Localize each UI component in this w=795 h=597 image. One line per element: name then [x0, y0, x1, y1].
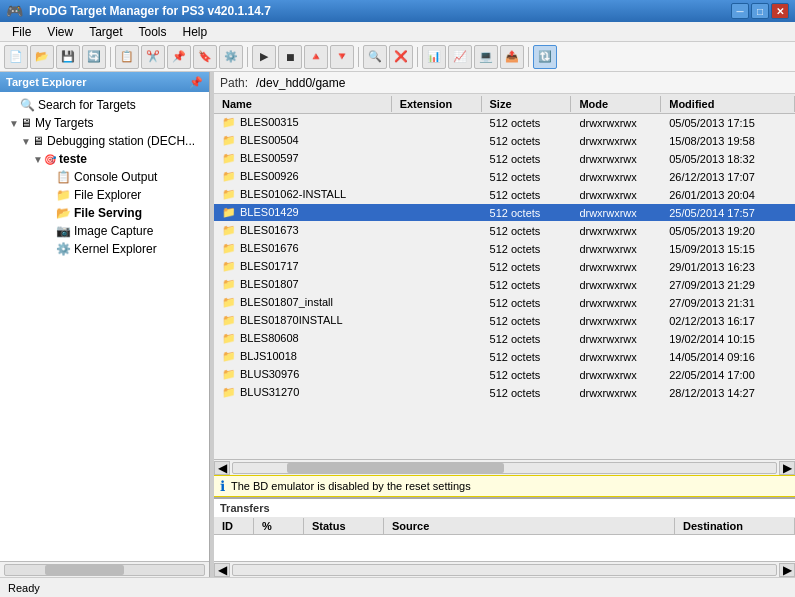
table-row[interactable]: 📁BLJS10018 512 octets drwxrwxrwx 14/05/2…	[214, 348, 795, 366]
folder-icon: 📁	[222, 386, 236, 398]
tb-btn7[interactable]: 📌	[167, 45, 191, 69]
tb-btn17[interactable]: 📈	[448, 45, 472, 69]
tree-image-capture[interactable]: 📷 Image Capture	[0, 222, 209, 240]
target-explorer-pin[interactable]: 📌	[189, 76, 203, 89]
tscroll-left[interactable]: ◀	[214, 563, 230, 577]
file-modified: 26/12/2013 17:07	[661, 170, 795, 184]
hscroll-left[interactable]: ◀	[214, 461, 230, 475]
tree-teste[interactable]: ▼ 🎯 teste	[0, 150, 209, 168]
tree-debug-station[interactable]: ▼ 🖥 Debugging station (DECH...	[0, 132, 209, 150]
table-row[interactable]: 📁BLUS31270 512 octets drwxrwxrwx 28/12/2…	[214, 384, 795, 402]
trans-col-pct[interactable]: %	[254, 518, 304, 534]
col-header-name[interactable]: Name	[214, 96, 392, 112]
file-ext	[392, 212, 482, 214]
trans-col-status[interactable]: Status	[304, 518, 384, 534]
menu-file[interactable]: File	[4, 23, 39, 41]
col-header-modified[interactable]: Modified	[661, 96, 795, 112]
tb-open[interactable]: 📂	[30, 45, 54, 69]
table-row[interactable]: 📁BLES01717 512 octets drwxrwxrwx 29/01/2…	[214, 258, 795, 276]
file-name: 📁BLES00926	[214, 169, 392, 184]
table-row[interactable]: 📁BLES00315 512 octets drwxrwxrwx 05/05/2…	[214, 114, 795, 132]
tb-btn9[interactable]: ⚙️	[219, 45, 243, 69]
menu-help[interactable]: Help	[175, 23, 216, 41]
menu-view[interactable]: View	[39, 23, 81, 41]
folder-icon: 📁	[222, 278, 236, 290]
tb-btn4[interactable]: 🔄	[82, 45, 106, 69]
file-modified: 19/02/2014 10:15	[661, 332, 795, 346]
minimize-button[interactable]: ─	[731, 3, 749, 19]
file-ext	[392, 266, 482, 268]
table-row[interactable]: 📁BLES01870INSTALL 512 octets drwxrwxrwx …	[214, 312, 795, 330]
tree-my-targets[interactable]: ▼ 🖥 My Targets	[0, 114, 209, 132]
trans-col-destination[interactable]: Destination	[675, 518, 795, 534]
tree-kernel-explorer[interactable]: ⚙️ Kernel Explorer	[0, 240, 209, 258]
app-title: ProDG Target Manager for PS3 v420.1.14.7	[29, 4, 271, 18]
restore-button[interactable]: □	[751, 3, 769, 19]
table-row[interactable]: 📁BLES00504 512 octets drwxrwxrwx 15/08/2…	[214, 132, 795, 150]
hscroll-track[interactable]	[232, 462, 777, 474]
tscroll-right[interactable]: ▶	[779, 563, 795, 577]
table-row[interactable]: 📁BLES01673 512 octets drwxrwxrwx 05/05/2…	[214, 222, 795, 240]
table-row[interactable]: 📁BLES00926 512 octets drwxrwxrwx 26/12/2…	[214, 168, 795, 186]
col-header-mode[interactable]: Mode	[571, 96, 661, 112]
menu-tools[interactable]: Tools	[131, 23, 175, 41]
tb-btn16[interactable]: 📊	[422, 45, 446, 69]
tree-hscroll-thumb[interactable]	[45, 565, 125, 575]
console-icon: 📋	[56, 170, 71, 184]
tree-file-serving[interactable]: 📂 File Serving	[0, 204, 209, 222]
tb-new[interactable]: 📄	[4, 45, 28, 69]
file-list-hscroll[interactable]: ◀ ▶	[214, 459, 795, 475]
file-ext	[392, 158, 482, 160]
tb-btn19[interactable]: 📤	[500, 45, 524, 69]
tb-btn5[interactable]: 📋	[115, 45, 139, 69]
tb-save[interactable]: 💾	[56, 45, 80, 69]
close-button[interactable]: ✕	[771, 3, 789, 19]
menu-target[interactable]: Target	[81, 23, 130, 41]
file-name: 📁BLJS10018	[214, 349, 392, 364]
table-row[interactable]: 📁BLES01429 512 octets drwxrwxrwx 25/05/2…	[214, 204, 795, 222]
path-bar: Path: /dev_hdd0/game	[214, 72, 795, 94]
trans-col-source[interactable]: Source	[384, 518, 675, 534]
tree-file-explorer[interactable]: 📁 File Explorer	[0, 186, 209, 204]
file-modified: 14/05/2014 09:16	[661, 350, 795, 364]
file-ext	[392, 230, 482, 232]
tb-btn13[interactable]: 🔻	[330, 45, 354, 69]
table-row[interactable]: 📁BLES01807_install 512 octets drwxrwxrwx…	[214, 294, 795, 312]
table-row[interactable]: 📁BLES01676 512 octets drwxrwxrwx 15/09/2…	[214, 240, 795, 258]
tree-hscroll[interactable]	[0, 561, 209, 577]
col-header-size[interactable]: Size	[482, 96, 572, 112]
col-header-ext[interactable]: Extension	[392, 96, 482, 112]
table-row[interactable]: 📁BLUS30976 512 octets drwxrwxrwx 22/05/2…	[214, 366, 795, 384]
tb-btn8[interactable]: 🔖	[193, 45, 217, 69]
file-ext	[392, 122, 482, 124]
tb-btn6[interactable]: ✂️	[141, 45, 165, 69]
file-list-body[interactable]: 📁BLES00315 512 octets drwxrwxrwx 05/05/2…	[214, 114, 795, 459]
tree-console-output[interactable]: 📋 Console Output	[0, 168, 209, 186]
folder-icon: 📁	[222, 260, 236, 272]
tb-btn12[interactable]: 🔺	[304, 45, 328, 69]
expand-icon	[44, 190, 56, 201]
table-row[interactable]: 📁BLES80608 512 octets drwxrwxrwx 19/02/2…	[214, 330, 795, 348]
tb-btn10[interactable]: ▶	[252, 45, 276, 69]
hscroll-right[interactable]: ▶	[779, 461, 795, 475]
tb-refresh[interactable]: 🔃	[533, 45, 557, 69]
file-mode: drwxrwxrwx	[571, 170, 661, 184]
file-name: 📁BLES01870INSTALL	[214, 313, 392, 328]
tscroll-track[interactable]	[232, 564, 777, 576]
tree-search-targets[interactable]: 🔍 Search for Targets	[0, 96, 209, 114]
trans-col-id[interactable]: ID	[214, 518, 254, 534]
tb-btn11[interactable]: ⏹	[278, 45, 302, 69]
tb-btn15[interactable]: ❌	[389, 45, 413, 69]
tb-btn14[interactable]: 🔍	[363, 45, 387, 69]
file-name: 📁BLUS31270	[214, 385, 392, 400]
file-ext	[392, 392, 482, 394]
file-mode: drwxrwxrwx	[571, 278, 661, 292]
table-row[interactable]: 📁BLES00597 512 octets drwxrwxrwx 05/05/2…	[214, 150, 795, 168]
tb-btn18[interactable]: 💻	[474, 45, 498, 69]
tree-label-search: Search for Targets	[38, 98, 136, 112]
hscroll-thumb[interactable]	[287, 463, 504, 473]
tree-hscroll-track[interactable]	[4, 564, 205, 576]
table-row[interactable]: 📁BLES01807 512 octets drwxrwxrwx 27/09/2…	[214, 276, 795, 294]
table-row[interactable]: 📁BLES01062-INSTALL 512 octets drwxrwxrwx…	[214, 186, 795, 204]
transfers-hscroll[interactable]: ◀ ▶	[214, 561, 795, 577]
